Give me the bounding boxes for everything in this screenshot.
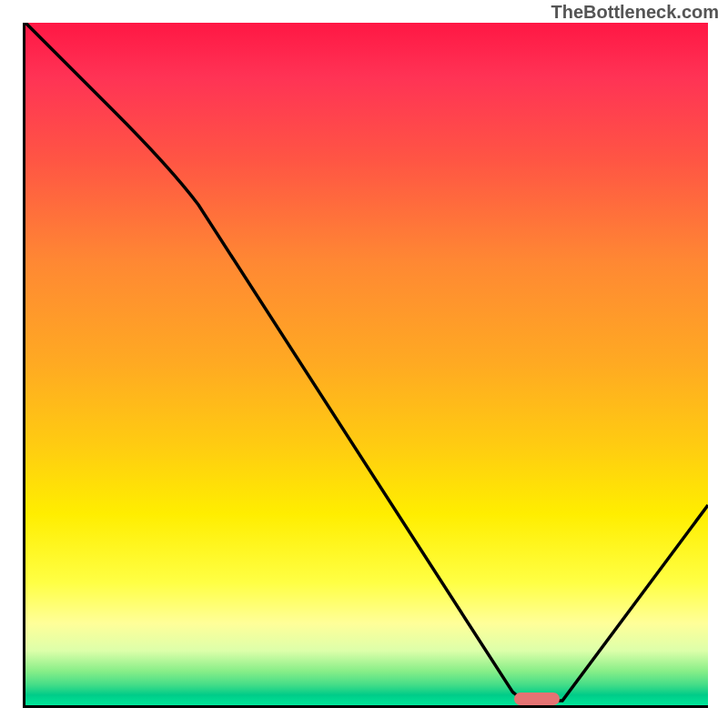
optimal-marker [514,693,560,705]
watermark-text: TheBottleneck.com [551,2,719,23]
bottleneck-chart [23,23,708,708]
curve-line [25,23,708,705]
